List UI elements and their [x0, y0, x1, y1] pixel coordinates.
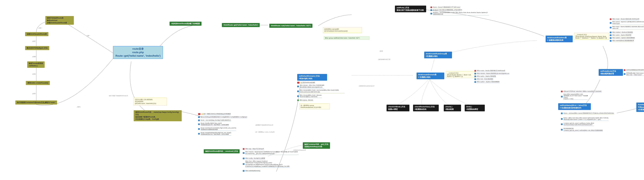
setrule-d1: 1 是否完全匹配检查是否有结束符号$ — [624, 69, 644, 71]
construct-d2: 2 $this->request = $app['request'] //含用到… — [243, 151, 299, 155]
make-d3: 3 $route->lazy($config['url_lazy_route']… — [198, 122, 229, 126]
add-rule-note: 这里的$this->group属性是已经实例化的 think\route\Dom… — [323, 27, 362, 33]
num-icon: 3 — [430, 13, 432, 14]
make-d5: 5 $route->mergeRuleRegex($config['route_… — [198, 132, 231, 136]
edge-recursion: (递归) — [380, 50, 383, 52]
domain-node: think\route\Domain类// 注册默认域名 — [416, 72, 444, 79]
edge-inst-request: 实例化think\Request类 — [293, 149, 306, 151]
upper-green-rule: think\Route::rule('hello/:name', 'index/… — [269, 24, 312, 28]
container-get: 触发Container中的__get( )方法实例化think\Request类 — [303, 142, 330, 149]
set-rule-name: setRuleName($first = false)方法// 生成路由标识的快… — [558, 103, 591, 110]
root-line1: route目录 — [115, 47, 161, 51]
num-icon: 2 — [610, 22, 612, 24]
sdd-note: 这一属性$this->groupthink\Route类的rule( )方法中用… — [299, 104, 330, 110]
num-icon: 3 — [610, 27, 612, 28]
num-icon: 3 — [474, 76, 476, 77]
root-line3: Route::get('hello/:name', 'index/hello') — [115, 54, 161, 58]
make-warn: ！ 注意一些配置,查找Yaconf里面或者app应用的配置 — [198, 113, 231, 115]
left-n1: 调用不存在的Route类触发autoload加载think\facade\Rou… — [45, 16, 74, 25]
srn-d4: 4 $value = [$this->rule, $vars, $this->p… — [561, 117, 625, 121]
rule-item: think\route\RuleItem类// 创建路由规则实例 — [546, 36, 573, 42]
check-url-bind: checkUrlBind( )方法检测url绑定 — [386, 105, 410, 111]
edge-inst-domain: 实例化think\route\Domain类 — [359, 85, 374, 87]
sdd-d1: 1 $this->domain = $this->host ;//当前域名属性/… — [297, 84, 343, 88]
num-icon: 4 — [198, 128, 200, 130]
num-icon: 5 — [243, 170, 244, 172]
add-rule: addRule( )方法添加分组下的路由规则或者子分组 — [395, 6, 426, 12]
ri-d5: 5 $this->option = $option;//路由类型 — [610, 34, 631, 36]
domain-d3: 3 $this->option = $option;//路由参数 — [474, 75, 496, 78]
construct-title: 触发think\Route类中的 __construct( )方法 — [204, 149, 240, 153]
left-n3: 静态访问不存在的get( )方法 — [25, 46, 49, 50]
ri-d6: 6 $this->pattern = $pattern;//路由变量规则 — [610, 37, 635, 39]
construct-d3: 3 $this->config = $config//注入的配置 — [243, 158, 265, 160]
rule-group: think\route\RuleGroup类//注册默认域名 — [424, 52, 452, 58]
edge-step4: 步骤四 — [32, 56, 36, 58]
num-icon: ！ — [198, 113, 200, 115]
upper-green-get: think\Route::get('hello/:name', 'index/h… — [222, 23, 260, 27]
srn-d2: 2 $vars=$this->parseVar($this->rule)//把带… — [561, 94, 610, 100]
ri-d1: 1 $this->router = $router;//路由实例; think\… — [610, 18, 639, 20]
num-icon: 4 — [243, 163, 244, 165]
left-n2: 加载think\facade\Route类 — [25, 32, 48, 36]
num-icon: 3 — [198, 124, 200, 125]
ri-d4: 4 $this->method = $method;//路由规则 — [610, 32, 633, 34]
edge-step1: 步骤一 — [86, 35, 90, 37]
left-n5: 调用static::createFacade() — [26, 81, 50, 85]
set-rule: setRule($rule)方法//路由规则预处理 — [599, 69, 623, 76]
sdd-d2: 2 $this->domains[$this->host] = new Doma… — [297, 89, 345, 93]
setrule-d2: 2 把带有参数,例如 "hello/<name>"$this->rule = "… — [624, 72, 644, 76]
num-icon: ！ — [297, 82, 300, 84]
invoke-make: 调用think\Route中的 __make(App $app,Config $… — [134, 110, 182, 121]
set-default-domain: setDefaultDomain( )方法//初始化默认域名 — [297, 74, 327, 81]
num-icon: 5 — [474, 81, 476, 83]
num-icon: 2 — [474, 73, 476, 74]
num-icon: 3 — [243, 158, 244, 159]
num-icon: 2 — [297, 90, 299, 92]
edge-step3: 步骤三 — [32, 40, 36, 42]
num-icon: 5 — [610, 34, 612, 36]
rule-item-construct-note: __construct( )方法(Route $router, RuleGrou… — [574, 33, 609, 40]
num-icon: 2 — [243, 152, 244, 154]
make-d4: 4 $route->autoSearchController($config['… — [198, 127, 236, 131]
edge-recursion2: (递归的继承关系三层) — [378, 58, 390, 60]
num-icon: 2 — [561, 96, 563, 98]
num-icon: 7 — [610, 40, 612, 42]
edge-step7: 步骤七 — [77, 106, 80, 108]
num-icon: 6 — [610, 37, 612, 39]
edge-step2: 步骤二 — [38, 27, 42, 29]
edge-back-route: 返回了配置了路由的think\Route类 — [109, 95, 128, 97]
check-route-alias: checkRouteAlias( )方法//检测路由别名 — [413, 105, 439, 111]
num-icon: 3 — [561, 112, 563, 114]
make-d1: 1 如Yaconf没有app应用未配置,则执行Config属性$this->co… — [198, 116, 247, 118]
domain-d5: 5 $this->pattern = $pattern;//路由变量规则 — [474, 81, 500, 83]
construct-d1: 1 $this->app = $app;//注入的App类 — [243, 148, 264, 150]
num-icon: 4 — [474, 78, 476, 80]
edge-config-arr: [是一些配置key=>value, Config类] — [255, 131, 274, 133]
num-icon: 2 — [198, 120, 200, 121]
num-icon: 4 — [610, 32, 612, 33]
upper-green-comment: //此时的think\Route类加载了各种配置 — [170, 22, 202, 26]
edge-step6: 步骤六 — [32, 93, 36, 94]
num-icon: 4 — [561, 118, 563, 120]
num-icon: 1 — [198, 116, 200, 118]
add-rule-call: $this->group->addRule('hello/:name', 'in… — [324, 36, 370, 40]
num-icon: 3 — [297, 96, 299, 97]
make-d2: 2 $route = new static($app, $config);//实… — [198, 119, 231, 122]
root-node: route目录 route.php Route::get('hello/:nam… — [113, 46, 163, 59]
num-icon: 5 — [198, 133, 200, 134]
root-line2: route.php — [115, 51, 161, 54]
domain-construct-note: __construct( )方法(Route $router, $name = … — [446, 71, 475, 78]
srn-d5: 5 Container::get('rule_name')->set($name… — [561, 122, 614, 126]
note-before: 注意:在步骤八之前,都是铺垫,还没有调用到get('hello/:name', … — [134, 98, 167, 106]
ri-d3: 3 $this->name = $name;//路由标识; index/hell… — [610, 26, 644, 29]
sdd-warn: ！ 注意:think\Route的属性 — [297, 82, 315, 84]
sdd-d4: 4 $this->group = $domain — [297, 99, 313, 101]
srn-d6: 6 设定有路由标识则Container::get('rule_name')->s… — [561, 128, 617, 132]
num-icon: 5 — [561, 124, 563, 125]
num-icon: 1 — [297, 86, 299, 87]
edge-back-route2: 返回配置了路由的think\Route类 — [255, 124, 273, 126]
ri-top-d1: 1 $name = $route;// 读取路由标识, 即 "hello/:na… — [430, 6, 460, 8]
num-icon: 4 — [297, 100, 299, 101]
construct-d5: 5 $this->setDefaultDomain(); — [243, 170, 260, 172]
